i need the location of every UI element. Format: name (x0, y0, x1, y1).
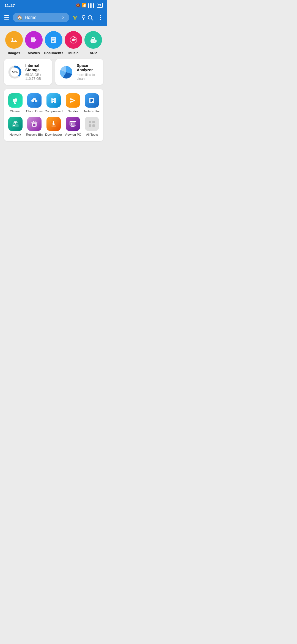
sender-icon (66, 93, 80, 108)
tools-grid: Cleaner Cloud Drive (7, 93, 101, 137)
svg-text:59%: 59% (12, 71, 18, 74)
storage-donut-chart: 59% (8, 65, 22, 79)
signal-icon: ▌▌▌ (88, 3, 95, 7)
tool-compressed[interactable]: Compressed (45, 93, 62, 113)
movies-label: Movies (28, 51, 40, 55)
svg-rect-49 (89, 121, 91, 123)
svg-rect-50 (92, 121, 95, 123)
svg-rect-3 (31, 37, 35, 42)
images-label: Images (8, 51, 20, 55)
battery-indicator: 21 (97, 3, 103, 8)
app-header: ☰ 🏠 Home ✕ ♛ ⚲ ⋮ (0, 10, 107, 26)
svg-rect-26 (53, 99, 54, 100)
svg-rect-46 (70, 122, 75, 125)
wifi-icon: 📶 (82, 3, 86, 7)
recycle-bin-label: Recycle Bin (26, 133, 43, 137)
all-tools-label: All Tools (86, 133, 98, 137)
menu-icon[interactable]: ☰ (4, 14, 9, 21)
view-on-pc-icon (66, 117, 80, 131)
category-movies[interactable]: Movies (25, 31, 43, 55)
sender-label: Sender (68, 110, 78, 113)
network-icon (8, 117, 23, 131)
status-icons: 🔕 📶 ▌▌▌ 21 (76, 3, 103, 8)
svg-point-29 (53, 102, 54, 103)
music-label: Music (68, 51, 79, 55)
storage-usage: 65.33 GB / 110.77 GB (25, 73, 48, 81)
svg-line-21 (15, 102, 15, 103)
tool-all-tools[interactable]: All Tools (83, 117, 101, 137)
category-images[interactable]: Images (5, 31, 23, 55)
tool-network[interactable]: Network (7, 117, 24, 137)
status-bar: 11:27 🔕 📶 ▌▌▌ 21 (0, 0, 107, 10)
tool-downloader[interactable]: Downloader (45, 117, 62, 137)
bell-mute-icon: 🔕 (76, 3, 80, 7)
tool-sender[interactable]: Sender (64, 93, 82, 113)
app-icon (84, 31, 102, 49)
svg-line-1 (91, 19, 93, 20)
images-icon (5, 31, 23, 49)
note-editor-label: Note Editor (84, 110, 100, 113)
header-actions: ♛ ⚲ ⋮ (73, 14, 103, 21)
tool-note-editor[interactable]: Note Editor (83, 93, 101, 113)
cleaner-icon (8, 93, 23, 108)
home-label: Home (25, 15, 59, 20)
search-icon[interactable]: ⚲ (81, 14, 94, 21)
home-icon: 🏠 (17, 15, 23, 20)
category-row: Images Movies Documents (4, 31, 103, 55)
main-content: Images Movies Documents (0, 26, 107, 146)
tool-cloud-drive[interactable]: Cloud Drive (26, 93, 43, 113)
cloud-drive-icon (27, 93, 42, 108)
svg-point-9 (72, 39, 75, 41)
category-app[interactable]: APP (84, 31, 102, 55)
downloader-label: Downloader (45, 133, 62, 137)
tool-cleaner[interactable]: Cleaner (7, 93, 24, 113)
storage-title: Internal Storage (25, 63, 48, 72)
documents-icon (45, 31, 62, 49)
svg-point-12 (94, 41, 95, 42)
category-documents[interactable]: Documents (45, 31, 63, 55)
svg-rect-52 (92, 124, 95, 127)
music-icon (65, 31, 82, 49)
close-icon[interactable]: ✕ (62, 15, 65, 20)
status-time: 11:27 (4, 3, 15, 8)
svg-point-36 (14, 125, 15, 126)
svg-point-2 (12, 38, 13, 40)
analyzer-title: Space Analyzer (77, 63, 100, 72)
storage-row: 59% Internal Storage 65.33 GB / 110.77 G… (4, 59, 103, 85)
downloader-icon (46, 117, 61, 131)
cloud-drive-label: Cloud Drive (26, 110, 43, 113)
analyzer-subtitle: more files to clean (77, 73, 100, 81)
category-music[interactable]: Music (64, 31, 82, 55)
space-analyzer-chart (59, 65, 73, 79)
svg-rect-10 (91, 39, 96, 43)
svg-point-35 (13, 125, 14, 126)
tool-recycle-bin[interactable]: Recycle Bin (26, 117, 43, 137)
crown-icon[interactable]: ♛ (73, 14, 78, 21)
view-on-pc-label: View on PC (65, 133, 81, 137)
svg-point-11 (92, 41, 93, 42)
svg-rect-25 (53, 98, 54, 99)
internal-storage-card[interactable]: 59% Internal Storage 65.33 GB / 110.77 G… (4, 59, 52, 85)
app-label: APP (90, 51, 97, 55)
movies-icon (25, 31, 43, 49)
svg-rect-51 (89, 124, 91, 127)
home-pill[interactable]: 🏠 Home ✕ (13, 13, 69, 22)
tools-card: Cleaner Cloud Drive (4, 89, 103, 141)
cleaner-label: Cleaner (10, 110, 21, 113)
tool-view-on-pc[interactable]: View on PC (64, 117, 82, 137)
all-tools-icon (85, 117, 99, 131)
documents-label: Documents (44, 51, 64, 55)
compressed-icon (46, 93, 61, 108)
recycle-bin-icon (27, 117, 42, 131)
storage-info: Internal Storage 65.33 GB / 110.77 GB (25, 63, 48, 81)
note-editor-icon (85, 93, 99, 108)
more-options-icon[interactable]: ⋮ (97, 14, 103, 21)
analyzer-info: Space Analyzer more files to clean (77, 63, 100, 81)
svg-rect-27 (53, 100, 54, 101)
network-label: Network (10, 133, 21, 137)
space-analyzer-card[interactable]: Space Analyzer more files to clean (55, 59, 103, 85)
compressed-label: Compressed (45, 110, 62, 113)
